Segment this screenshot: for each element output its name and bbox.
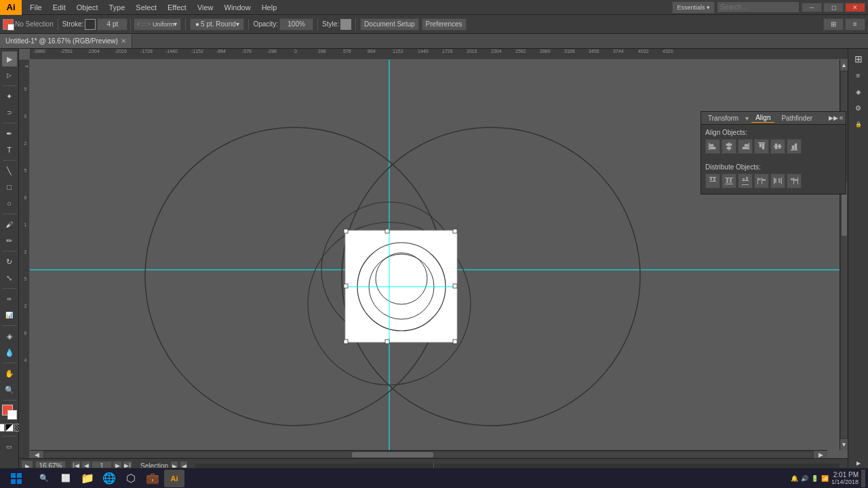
doc-tab-close[interactable]: ✕ xyxy=(121,37,126,45)
rp-btn-5[interactable]: 🔒 xyxy=(851,117,866,131)
rect-tool[interactable]: □ xyxy=(2,180,17,195)
vscroll-down-btn[interactable]: ▼ xyxy=(840,439,848,450)
menu-bar: Ai File Edit Object Type Select Effect V… xyxy=(0,0,868,15)
system-tray: 🔔 🔊 🔋 📶 2:01 PM 1/14/2018 xyxy=(791,470,865,487)
align-top-btn[interactable] xyxy=(754,139,769,154)
tray-wifi-icon[interactable]: 📶 xyxy=(821,475,829,482)
gradient-swatch[interactable] xyxy=(5,424,14,432)
doc-setup-btn[interactable]: Document Setup xyxy=(360,18,419,30)
selection-tool[interactable]: ▶ xyxy=(2,52,17,66)
opacity-input[interactable]: 100% xyxy=(279,18,313,30)
menu-type[interactable]: Type xyxy=(104,2,131,13)
hscroll-right-btn[interactable]: ▶ xyxy=(814,451,827,459)
svg-rect-32 xyxy=(758,178,761,180)
hscroll-left-btn[interactable]: ◀ xyxy=(30,451,43,459)
taskbar-filemanager-icon[interactable]: 💼 xyxy=(142,470,163,487)
rp-btn-1[interactable]: ⊞ xyxy=(851,52,866,66)
pencil-tool[interactable]: ✏ xyxy=(2,233,17,248)
tray-battery-icon[interactable]: 🔋 xyxy=(811,475,818,482)
start-button[interactable] xyxy=(3,470,30,487)
tab-pathfinder[interactable]: Pathfinder xyxy=(777,114,816,123)
panel-menu-btn[interactable]: ≡ xyxy=(840,115,843,121)
graph-tool[interactable]: 📊 xyxy=(2,308,17,323)
blend-tool[interactable]: ∞ xyxy=(2,291,17,306)
taskbar-chrome-icon[interactable]: ⬡ xyxy=(121,470,141,487)
tab-transform[interactable]: Transform xyxy=(704,114,743,123)
show-desktop-btn[interactable] xyxy=(861,470,865,487)
taskbar-task-view-icon[interactable]: ⬜ xyxy=(56,470,76,487)
menu-window[interactable]: Window xyxy=(219,2,256,13)
rp-btn-4[interactable]: ⚙ xyxy=(851,100,866,115)
svg-rect-5 xyxy=(727,147,731,149)
stroke-color[interactable] xyxy=(85,19,96,30)
menu-edit[interactable]: Edit xyxy=(47,2,71,13)
eyedropper-tool[interactable]: 💧 xyxy=(2,345,17,360)
style-swatch[interactable] xyxy=(340,19,351,30)
menu-view[interactable]: View xyxy=(192,2,219,13)
rotate-tool[interactable]: ↻ xyxy=(2,254,17,269)
vscroll-up-btn[interactable]: ▲ xyxy=(840,60,848,70)
menu-select[interactable]: Select xyxy=(130,2,162,13)
dist-right-btn[interactable] xyxy=(787,174,802,188)
color-fill-stroke[interactable] xyxy=(2,405,17,420)
workspace-btn[interactable]: Essentials ▾ xyxy=(672,1,715,14)
align-left-btn[interactable] xyxy=(705,139,720,154)
tool-sep-3 xyxy=(3,160,16,161)
magic-wand-tool[interactable]: ✦ xyxy=(2,89,17,104)
dist-center-h-btn[interactable] xyxy=(722,174,736,188)
align-center-h-btn[interactable] xyxy=(722,139,736,154)
stroke-width-input[interactable]: 4 pt xyxy=(97,18,127,30)
none-swatch[interactable] xyxy=(0,424,5,432)
restore-btn[interactable]: ◻ xyxy=(823,3,844,12)
menu-effect[interactable]: Effect xyxy=(162,2,192,13)
panel-expand-btn[interactable]: ▶▶ xyxy=(829,115,838,121)
svg-rect-31 xyxy=(762,178,762,184)
taskbar-explorer-icon[interactable]: 📁 xyxy=(77,470,98,487)
tray-volume-icon[interactable]: 🔊 xyxy=(801,475,808,482)
tray-network-icon[interactable]: 🔔 xyxy=(791,475,798,482)
preferences-btn[interactable]: Preferences xyxy=(422,18,467,30)
lasso-tool[interactable]: ⊃ xyxy=(2,105,17,120)
align-center-v-btn[interactable] xyxy=(770,139,785,154)
dist-left-btn[interactable] xyxy=(754,174,769,188)
search-input[interactable] xyxy=(717,2,799,12)
sep5 xyxy=(317,18,318,30)
screen-mode-btn[interactable]: ▭ xyxy=(2,439,17,454)
cap-style-select[interactable]: ● 5 pt. Round ▾ xyxy=(190,18,244,30)
type-tool[interactable]: T xyxy=(2,142,17,157)
taskbar-clock[interactable]: 2:01 PM 1/14/2018 xyxy=(831,471,859,485)
zoom-tool[interactable]: 🔍 xyxy=(2,382,17,397)
paintbrush-tool[interactable]: 🖌 xyxy=(2,217,17,232)
rp-btn-2[interactable]: ≡ xyxy=(851,68,866,83)
align-bottom-btn[interactable] xyxy=(787,139,802,154)
menu-file[interactable]: File xyxy=(24,2,47,13)
rp-btn-3[interactable]: ◈ xyxy=(851,84,866,99)
panel-toggle-btn[interactable]: ≡ xyxy=(845,18,865,30)
hscroll-thumb[interactable] xyxy=(352,452,433,458)
hand-tool[interactable]: ✋ xyxy=(2,366,17,381)
horizontal-scrollbar[interactable]: ◀ ▶ xyxy=(30,450,827,458)
arrange-btn[interactable]: ⊞ xyxy=(823,18,844,30)
gradient-tool[interactable]: ◈ xyxy=(2,329,17,344)
hscroll-track xyxy=(45,452,812,458)
pen-tool[interactable]: ✒ xyxy=(2,126,17,141)
close-btn[interactable]: ✕ xyxy=(845,3,865,12)
menu-help[interactable]: Help xyxy=(256,2,283,13)
stroke-style-select[interactable]: Uniform▾ xyxy=(134,18,181,30)
dist-center-v-btn[interactable] xyxy=(770,174,785,188)
doc-tab[interactable]: Untitled-1* @ 16.67% (RGB/Preview) ✕ xyxy=(0,34,132,48)
dist-bottom-btn[interactable] xyxy=(738,174,753,188)
align-right-btn[interactable] xyxy=(738,139,753,154)
tab-align[interactable]: Align xyxy=(751,113,774,123)
line-tool[interactable]: ╲ xyxy=(2,163,17,178)
fill-swatch[interactable] xyxy=(3,19,14,30)
taskbar-search-icon[interactable]: 🔍 xyxy=(34,470,54,487)
ellipse-tool[interactable]: ○ xyxy=(2,196,17,211)
taskbar-edge-icon[interactable]: 🌐 xyxy=(99,470,119,487)
menu-object[interactable]: Object xyxy=(71,2,104,13)
dist-top-btn[interactable] xyxy=(705,174,720,188)
minimize-btn[interactable]: ─ xyxy=(802,3,822,12)
scale-tool[interactable]: ⤡ xyxy=(2,270,17,285)
taskbar-ai-icon[interactable]: Ai xyxy=(164,470,184,487)
direct-selection-tool[interactable]: ▷ xyxy=(2,68,17,83)
